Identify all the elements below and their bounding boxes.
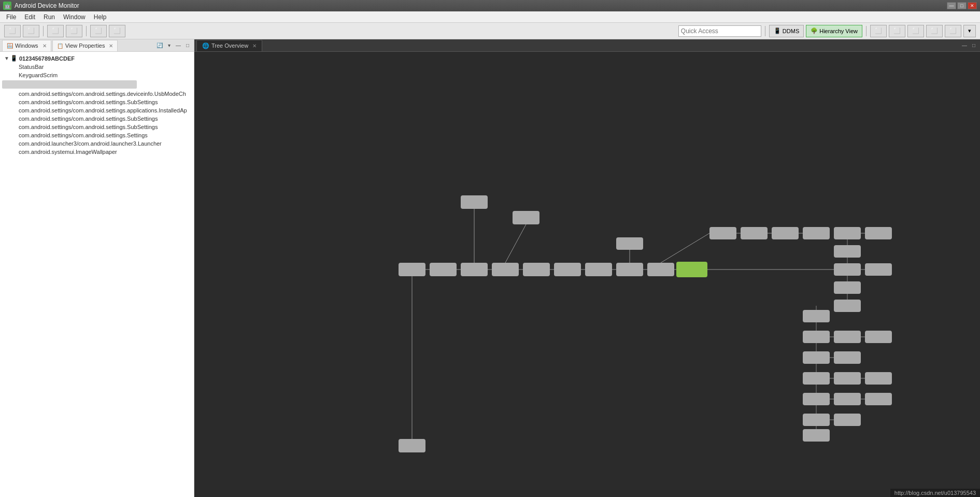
- tree-item-blurred[interactable]: [2, 80, 137, 89]
- left-tab-controls: 🔄 ▾ — □: [155, 41, 192, 50]
- app-icon: 🤖: [3, 2, 11, 10]
- tree-overview-tab-icon: 🌐: [202, 42, 209, 49]
- view-props-tab-icon: 📋: [57, 43, 63, 49]
- menu-window[interactable]: Window: [59, 12, 90, 22]
- right-tab-controls: — □: [960, 41, 978, 50]
- left-panel-tabs: 🪟 Windows ✕ 📋 View Properties ✕ 🔄 ▾ — □: [0, 39, 194, 52]
- tree-arrow-device: ▼: [4, 55, 10, 61]
- minimize-button[interactable]: —: [947, 2, 956, 9]
- toolbar-btn-3[interactable]: ⬜: [47, 25, 64, 37]
- tree-item-statusbar[interactable]: StatusBar: [0, 63, 194, 71]
- toolbar-separator-1: [43, 26, 44, 36]
- windows-tab-icon: 🪟: [7, 43, 13, 49]
- toolbar-btn-5[interactable]: ⬜: [90, 25, 107, 37]
- toolbar: ⬜ ⬜ ⬜ ⬜ ⬜ ⬜ 📱 DDMS 🌳 Hierarchy View ⬜ ⬜ …: [0, 23, 980, 39]
- maximize-button[interactable]: □: [957, 2, 967, 9]
- toolbar-btn-2[interactable]: ⬜: [23, 25, 39, 37]
- hierarchy-view-button[interactable]: 🌳 Hierarchy View: [806, 25, 862, 37]
- device-icon: 📱: [10, 55, 18, 62]
- tree-view[interactable]: ▼ 📱 0123456789ABCDEF StatusBar KeyguardS…: [0, 52, 194, 497]
- menu-file[interactable]: File: [2, 12, 20, 22]
- menu-edit[interactable]: Edit: [20, 12, 39, 22]
- tab-windows[interactable]: 🪟 Windows ✕: [2, 40, 51, 51]
- menu-run[interactable]: Run: [39, 12, 59, 22]
- left-panel-max-btn[interactable]: □: [183, 41, 192, 50]
- tree-item-settings-1[interactable]: com.android.settings/com.android.setting…: [0, 90, 194, 98]
- right-panel: 🌐 Tree Overview ✕ — □ http://blog.csdn.n…: [194, 39, 980, 497]
- tree-item-wallpaper[interactable]: com.android.systemui.ImageWallpaper: [0, 148, 194, 156]
- left-panel-min-btn[interactable]: —: [174, 41, 182, 50]
- menu-help[interactable]: Help: [90, 12, 111, 22]
- toolbar-extra-1[interactable]: ⬜: [870, 25, 887, 37]
- tab-view-properties-close[interactable]: ✕: [109, 43, 113, 49]
- device-id-label: 0123456789ABCDEF: [19, 55, 75, 62]
- tab-tree-overview[interactable]: 🌐 Tree Overview ✕: [196, 40, 262, 51]
- left-panel: 🪟 Windows ✕ 📋 View Properties ✕ 🔄 ▾ — □ …: [0, 39, 194, 497]
- toolbar-separator-2: [86, 26, 87, 36]
- tree-canvas-container[interactable]: http://blog.csdn.net/u013795543: [194, 52, 980, 497]
- tab-windows-close[interactable]: ✕: [42, 43, 47, 49]
- status-bar: http://blog.csdn.net/u013795543: [890, 489, 980, 497]
- tab-tree-overview-label: Tree Overview: [211, 42, 248, 49]
- app-title: Android Device Monitor: [15, 2, 947, 9]
- toolbar-btn-6[interactable]: ⬜: [109, 25, 125, 37]
- toolbar-extra-5[interactable]: ⬜: [945, 25, 961, 37]
- status-url: http://blog.csdn.net/u013795543: [894, 490, 976, 496]
- tree-item-settings-5[interactable]: com.android.settings/com.android.setting…: [0, 123, 194, 131]
- menu-bar: File Edit Run Window Help: [0, 11, 980, 23]
- toolbar-extra-6[interactable]: ▾: [963, 25, 976, 37]
- tab-windows-label: Windows: [15, 42, 38, 49]
- toolbar-separator-4: [866, 26, 867, 36]
- close-button[interactable]: ✕: [968, 2, 977, 9]
- quick-access-input[interactable]: [678, 25, 761, 37]
- right-panel-max-btn[interactable]: □: [970, 41, 978, 50]
- tab-view-properties[interactable]: 📋 View Properties ✕: [52, 40, 118, 51]
- tree-item-settings-3[interactable]: com.android.settings/com.android.setting…: [0, 106, 194, 115]
- tree-item-launcher[interactable]: com.android.launcher3/com.android.launch…: [0, 139, 194, 148]
- toolbar-extra-4[interactable]: ⬜: [926, 25, 943, 37]
- toolbar-separator-3: [765, 26, 765, 36]
- tree-item-keyguardscrim[interactable]: KeyguardScrim: [0, 71, 194, 79]
- title-bar: 🤖 Android Device Monitor — □ ✕: [0, 0, 980, 11]
- left-panel-menu-btn[interactable]: ▾: [165, 41, 173, 50]
- tree-item-settings-4[interactable]: com.android.settings/com.android.setting…: [0, 115, 194, 123]
- tab-tree-overview-close[interactable]: ✕: [252, 43, 257, 49]
- hierarchy-icon: 🌳: [811, 27, 818, 34]
- left-panel-sync-btn[interactable]: 🔄: [155, 41, 164, 50]
- ddms-button[interactable]: 📱 DDMS: [769, 25, 804, 37]
- tree-item-settings-6[interactable]: com.android.settings/com.android.setting…: [0, 131, 194, 139]
- ddms-icon: 📱: [774, 27, 781, 34]
- toolbar-btn-1[interactable]: ⬜: [4, 25, 21, 37]
- toolbar-btn-4[interactable]: ⬜: [66, 25, 82, 37]
- toolbar-extra-3[interactable]: ⬜: [907, 25, 924, 37]
- right-panel-tabs: 🌐 Tree Overview ✕ — □: [194, 39, 980, 52]
- tree-item-settings-2[interactable]: com.android.settings/com.android.setting…: [0, 98, 194, 106]
- tree-canvas: [194, 52, 980, 497]
- tab-view-properties-label: View Properties: [65, 42, 105, 49]
- right-panel-min-btn[interactable]: —: [960, 41, 969, 50]
- tree-item-device[interactable]: ▼ 📱 0123456789ABCDEF: [0, 54, 194, 63]
- window-controls: — □ ✕: [947, 2, 977, 9]
- toolbar-extra-2[interactable]: ⬜: [889, 25, 905, 37]
- main-content: 🪟 Windows ✕ 📋 View Properties ✕ 🔄 ▾ — □ …: [0, 39, 980, 497]
